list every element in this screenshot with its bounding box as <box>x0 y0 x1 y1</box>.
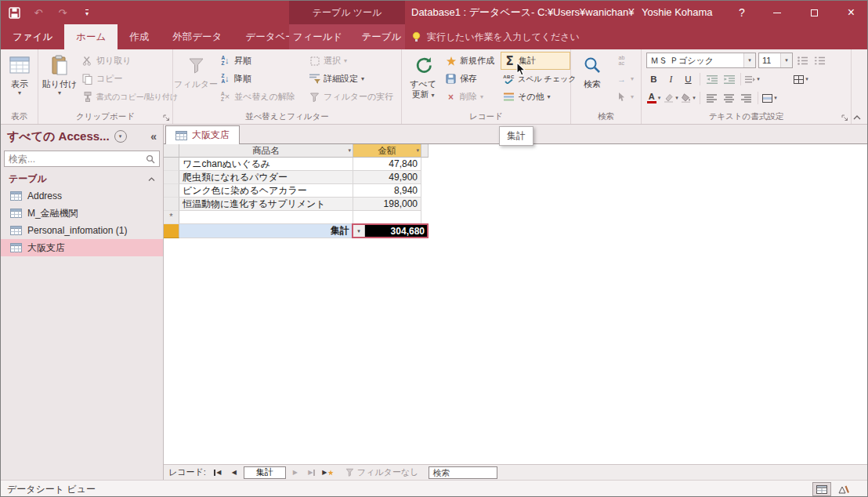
underline-button[interactable]: U <box>681 72 696 87</box>
text-formatting-dialog-launcher-icon[interactable] <box>841 114 848 122</box>
toggle-filter-button[interactable]: フィルターの実行 <box>306 88 400 106</box>
cell-product-name[interactable]: ピンク色に染めるヘアカラー <box>179 184 353 198</box>
signed-in-user[interactable]: Yoshie Kohama <box>642 1 713 24</box>
nav-pane-menu-icon[interactable]: ▾ <box>114 130 127 143</box>
next-record-button[interactable]: ▶ <box>288 466 302 478</box>
nav-group-header-tables[interactable]: テーブル <box>1 170 163 187</box>
more-button[interactable]: その他 ▾ <box>501 88 570 106</box>
font-size-dropdown-icon[interactable]: ▾ <box>780 53 792 67</box>
column-header-product-name[interactable]: 商品名 ▾ <box>179 144 353 158</box>
design-view-button[interactable] <box>834 482 853 496</box>
select-button[interactable]: ▾ <box>613 88 638 106</box>
goto-button[interactable]: → ▾ <box>613 70 638 88</box>
first-record-button[interactable]: ◀ <box>211 466 225 478</box>
record-selector[interactable] <box>164 158 179 171</box>
record-selector[interactable] <box>164 198 179 211</box>
totals-dropdown-icon[interactable]: ▾ <box>353 225 365 237</box>
font-color-button[interactable]: A▾ <box>646 91 661 106</box>
format-painter-button[interactable]: 書式のコピー/貼り付け <box>79 88 172 106</box>
totals-row-label[interactable]: 集計 <box>179 224 353 238</box>
shutter-bar-close-icon[interactable]: « <box>150 130 157 143</box>
bold-button[interactable]: B <box>646 72 661 87</box>
text-direction-button[interactable]: ▾ <box>745 72 760 87</box>
paste-button[interactable]: 貼り付け ▾ <box>42 51 77 109</box>
spelling-button[interactable]: ABC スペル チェック <box>501 70 570 88</box>
cell-product-name[interactable]: 爬虫類になれるパウダー <box>179 171 353 184</box>
decrease-indent-button[interactable] <box>704 72 719 87</box>
redo-icon[interactable]: ↷ <box>56 5 70 20</box>
refresh-all-button[interactable]: すべて 更新 ▾ <box>405 51 441 109</box>
replace-button[interactable]: abac <box>613 52 638 70</box>
save-icon[interactable] <box>7 5 21 20</box>
align-center-button[interactable] <box>722 91 736 106</box>
selection-button[interactable]: 選択 ▾ <box>306 52 400 70</box>
align-right-button[interactable] <box>739 91 754 106</box>
font-name-dropdown-icon[interactable]: ▾ <box>743 53 755 67</box>
column-dropdown-icon[interactable]: ▾ <box>348 147 351 154</box>
filter-status-button[interactable]: フィルターなし <box>345 466 419 478</box>
cell-product-name[interactable] <box>179 211 353 224</box>
maximize-button[interactable] <box>797 1 832 24</box>
view-button[interactable]: 表示 ▾ <box>3 51 36 109</box>
cell-amount[interactable] <box>353 211 421 224</box>
group-collapse-icon[interactable] <box>148 177 155 181</box>
cell-amount[interactable]: 198,000 <box>353 198 421 211</box>
italic-button[interactable]: I <box>664 72 678 87</box>
cell-amount[interactable]: 49,900 <box>353 171 421 184</box>
new-blank-record-button[interactable]: ▶ <box>321 466 335 478</box>
bullet-list-button[interactable] <box>795 53 810 68</box>
gridlines-button[interactable]: ▾ <box>794 72 808 87</box>
datasheet-view-button[interactable] <box>812 482 831 496</box>
new-record-selector[interactable]: * <box>164 211 179 224</box>
record-search-input[interactable] <box>429 466 497 479</box>
current-record-box[interactable] <box>244 466 286 479</box>
alternate-row-color-button[interactable]: ▾ <box>762 91 777 106</box>
record-selector[interactable] <box>164 184 179 198</box>
font-name-combo[interactable]: ＭＳ Ｐゴシック ▾ <box>646 53 756 68</box>
tab-file[interactable]: ファイル <box>1 24 64 49</box>
highlight-color-button[interactable]: ▾ <box>664 91 678 106</box>
copy-button[interactable]: コピー <box>79 70 172 88</box>
column-dropdown-icon[interactable]: ▾ <box>416 147 419 154</box>
tab-table[interactable]: テーブル <box>352 24 410 49</box>
tab-fields[interactable]: フィールド <box>284 24 353 49</box>
document-tab-osaka-branch[interactable]: 大阪支店 <box>165 125 240 144</box>
column-header-amount[interactable]: 金額 ▾ <box>353 144 421 158</box>
filter-button[interactable]: フィルター <box>177 51 215 109</box>
tab-create[interactable]: 作成 <box>118 24 161 49</box>
undo-icon[interactable]: ↶ <box>31 5 45 20</box>
save-record-button[interactable]: 保存 <box>443 70 499 88</box>
cut-button[interactable]: 切り取り <box>79 52 172 70</box>
cell-product-name[interactable]: ワニchanぬいぐるみ <box>179 158 353 171</box>
clipboard-dialog-launcher-icon[interactable] <box>163 114 170 122</box>
select-all-cell[interactable] <box>164 144 179 158</box>
customize-qat-icon[interactable]: ▾ <box>80 5 94 20</box>
cell-product-name[interactable]: 恒温動物に進化するサプリメント <box>179 198 353 211</box>
collapse-ribbon-icon[interactable] <box>853 115 861 120</box>
numbered-list-button[interactable] <box>812 53 827 68</box>
fill-color-button[interactable]: ▾ <box>681 91 696 106</box>
tab-home[interactable]: ホーム <box>64 24 118 49</box>
current-record-selector[interactable] <box>164 224 179 238</box>
help-button[interactable]: ? <box>728 1 756 24</box>
totals-aggregate-combobox[interactable]: ▾ 304,680 <box>352 223 429 238</box>
sort-ascending-button[interactable]: AZ↓ 昇順 <box>217 52 305 70</box>
cell-amount[interactable]: 8,940 <box>353 184 421 198</box>
align-left-button[interactable] <box>704 91 719 106</box>
new-record-button-ribbon[interactable]: 新規作成 <box>443 52 499 70</box>
nav-item-osaka-branch[interactable]: 大阪支店 <box>1 239 163 256</box>
record-selector[interactable] <box>164 171 179 184</box>
cell-amount[interactable]: 47,840 <box>353 158 421 171</box>
increase-indent-button[interactable] <box>722 72 736 87</box>
minimize-button[interactable] <box>759 1 794 24</box>
advanced-filter-button[interactable]: 詳細設定 ▾ <box>306 70 400 88</box>
nav-item-address[interactable]: Address <box>1 187 163 205</box>
font-size-combo[interactable]: 11 ▾ <box>758 53 793 68</box>
sort-descending-button[interactable]: ZA↓ 降順 <box>217 70 305 88</box>
delete-record-button[interactable]: × 削除 ▾ <box>443 88 499 106</box>
find-button[interactable]: 検索 <box>575 51 609 109</box>
close-button[interactable]: × <box>834 1 868 24</box>
nav-pane-search-input[interactable] <box>5 154 142 165</box>
tell-me-box[interactable]: 実行したい作業を入力してください <box>411 24 580 49</box>
clear-sort-button[interactable]: AZ× 並べ替えの解除 <box>217 88 305 106</box>
